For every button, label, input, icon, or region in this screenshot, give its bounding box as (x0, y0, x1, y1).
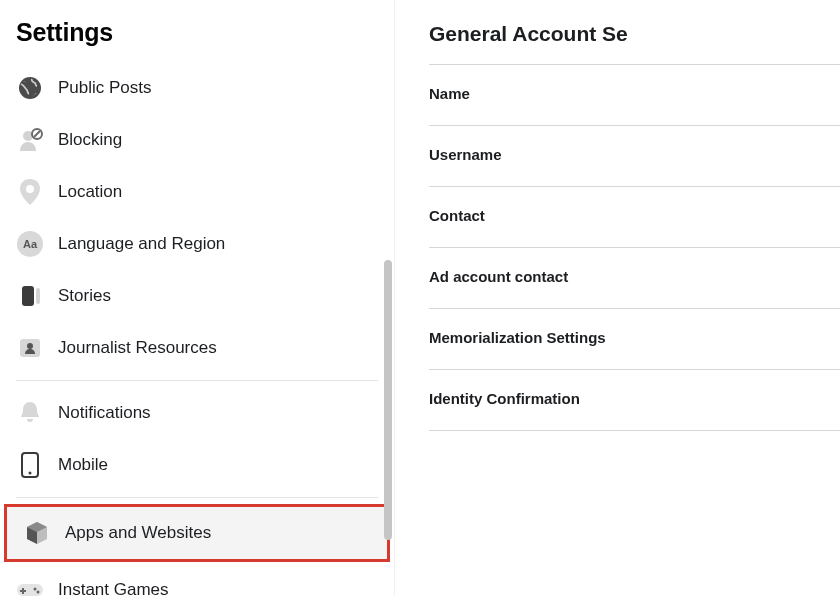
sidebar-item-language-region[interactable]: Aa Language and Region (0, 218, 394, 270)
setting-row-memorialization[interactable]: Memorialization Settings (429, 308, 840, 369)
sidebar-item-instant-games[interactable]: Instant Games (0, 564, 394, 596)
sidebar-item-label: Location (58, 182, 122, 202)
setting-row-name[interactable]: Name (429, 64, 840, 125)
sidebar-item-label: Journalist Resources (58, 338, 217, 358)
sidebar-item-stories[interactable]: Stories (0, 270, 394, 322)
settings-sidebar: Settings Profile and Tagging Public Post… (0, 0, 395, 596)
blocking-icon (16, 126, 44, 154)
sidebar-item-label: Apps and Websites (65, 523, 211, 543)
sidebar-item-label: Stories (58, 286, 111, 306)
location-icon (16, 178, 44, 206)
main-title: General Account Se (429, 22, 840, 64)
sidebar-item-location[interactable]: Location (0, 166, 394, 218)
sidebar-item-profile-tagging[interactable]: Profile and Tagging (0, 51, 394, 62)
row-label: Identity Confirmation (429, 390, 580, 407)
svg-point-9 (27, 343, 33, 349)
sidebar-item-label: Instant Games (58, 580, 169, 596)
cube-icon (23, 519, 51, 547)
sidebar-divider (16, 380, 378, 381)
language-icon: Aa (16, 230, 44, 258)
sidebar-item-label: Public Posts (58, 78, 152, 98)
sidebar-item-apps-websites[interactable]: Apps and Websites (4, 504, 390, 562)
row-label: Memorialization Settings (429, 329, 606, 346)
svg-line-4 (34, 131, 40, 137)
svg-point-11 (29, 472, 32, 475)
sidebar-item-blocking[interactable]: Blocking (0, 114, 394, 166)
setting-row-ad-contact[interactable]: Ad account contact (429, 247, 840, 308)
sidebar-title: Settings (0, 8, 394, 51)
main-content: General Account Se Name Username Contact… (395, 0, 840, 596)
sidebar-clipped-top: Profile and Tagging (0, 51, 394, 62)
row-label: Contact (429, 207, 485, 224)
gamepad-icon (16, 576, 44, 596)
row-label: Name (429, 85, 470, 102)
stories-icon (16, 282, 44, 310)
journalist-icon (16, 334, 44, 362)
svg-point-15 (34, 588, 37, 591)
sidebar-item-label: Language and Region (58, 234, 225, 254)
svg-rect-14 (20, 590, 26, 592)
svg-rect-7 (36, 288, 40, 304)
sidebar-item-mobile[interactable]: Mobile (0, 439, 394, 491)
sidebar-item-public-posts[interactable]: Public Posts (0, 62, 394, 114)
sidebar-divider (16, 497, 378, 498)
setting-row-identity[interactable]: Identity Confirmation (429, 369, 840, 431)
svg-rect-6 (22, 286, 34, 306)
row-label: Ad account contact (429, 268, 568, 285)
globe-icon (16, 74, 44, 102)
sidebar-item-journalist-resources[interactable]: Journalist Resources (0, 322, 394, 374)
sidebar-item-notifications[interactable]: Notifications (0, 387, 394, 439)
row-label: Username (429, 146, 502, 163)
svg-point-1 (19, 77, 41, 99)
setting-row-contact[interactable]: Contact (429, 186, 840, 247)
phone-icon (16, 451, 44, 479)
svg-point-5 (26, 185, 34, 193)
setting-row-username[interactable]: Username (429, 125, 840, 186)
sidebar-item-label: Blocking (58, 130, 122, 150)
bell-icon (16, 399, 44, 427)
svg-point-16 (37, 591, 40, 594)
sidebar-item-label: Notifications (58, 403, 151, 423)
sidebar-item-label: Mobile (58, 455, 108, 475)
sidebar-scrollbar[interactable] (384, 260, 392, 540)
